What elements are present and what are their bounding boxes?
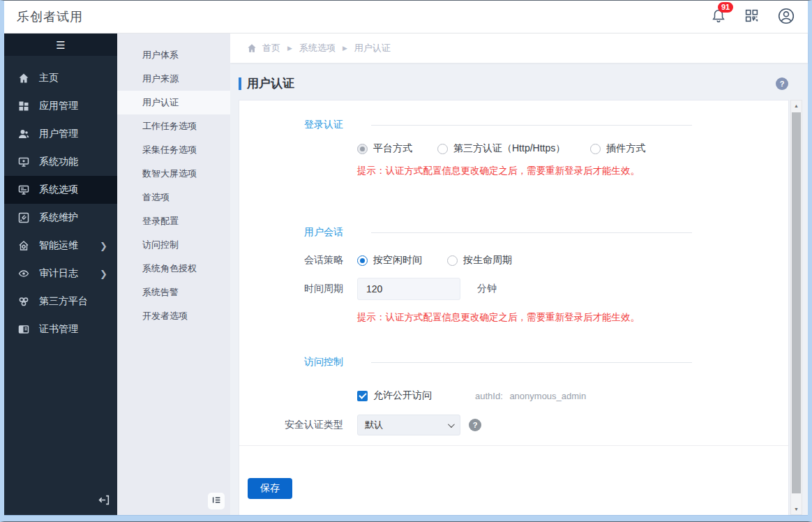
sidebar-item-label: 智能运维 <box>39 239 78 252</box>
sidebar-item-system-options[interactable]: 系统选项 <box>4 176 117 204</box>
radio-lifecycle[interactable]: 按生命周期 <box>447 254 512 267</box>
radio-button[interactable] <box>437 144 448 154</box>
auth-id-value: anonymous_admin <box>509 391 586 401</box>
system-maintenance-icon <box>18 212 30 224</box>
radio-plugin-mode[interactable]: 插件方式 <box>590 142 645 155</box>
public-access-label[interactable]: 允许公开访问 <box>373 389 432 402</box>
list-collapse-icon <box>212 495 221 507</box>
app-header: 乐创者试用 91 <box>4 1 808 33</box>
qr-code-icon <box>744 8 759 25</box>
submenu-item-system-role-auth[interactable]: 系统角色授权 <box>117 257 230 281</box>
sidebar-item-system-maintenance[interactable]: 系统维护 <box>4 204 117 232</box>
radio-label[interactable]: 第三方认证（Http/Https） <box>453 142 565 155</box>
secondary-sidebar: 用户体系 用户来源 用户认证 工作任务选项 采集任务选项 数智大屏选项 首选项 … <box>117 33 230 515</box>
submenu-item-work-task-options[interactable]: 工作任务选项 <box>117 114 230 138</box>
breadcrumb-item-system-options[interactable]: 系统选项 <box>299 42 336 54</box>
sidebar-item-label: 用户管理 <box>39 128 78 140</box>
sidebar-header: ☰ <box>4 33 117 56</box>
system-options-icon <box>18 184 30 196</box>
profile-button[interactable] <box>777 7 795 27</box>
submenu-item-login-config[interactable]: 登录配置 <box>117 209 230 233</box>
time-period-input[interactable] <box>357 278 460 300</box>
submenu-item-user-auth[interactable]: 用户认证 <box>117 91 230 114</box>
sidebar-item-third-party[interactable]: 第三方平台 <box>4 288 117 315</box>
sidebar-item-user-management[interactable]: 用户管理 <box>4 120 117 148</box>
sidebar-item-certificates[interactable]: 证书管理 <box>4 315 117 343</box>
auth-type-select[interactable]: 默认 <box>357 415 460 435</box>
breadcrumb: 首页 ▶ 系统选项 ▶ 用户认证 <box>230 33 808 63</box>
submenu-item-user-system[interactable]: 用户体系 <box>117 43 230 67</box>
sidebar-item-label: 审计日志 <box>39 267 78 280</box>
sidebar-item-label: 系统选项 <box>39 184 78 196</box>
submenu-item-user-sources[interactable]: 用户来源 <box>117 67 230 91</box>
breadcrumb-item-home[interactable]: 首页 <box>262 42 280 54</box>
notification-bell-button[interactable]: 91 <box>711 8 726 26</box>
notification-badge: 91 <box>718 2 733 13</box>
submenu-item-access-control[interactable]: 访问控制 <box>117 233 230 257</box>
radio-third-party-auth[interactable]: 第三方认证（Http/Https） <box>437 142 565 155</box>
home-icon <box>18 73 30 84</box>
page-title: 用户认证 <box>247 75 294 91</box>
submenu-item-preferences[interactable]: 首选项 <box>117 186 230 209</box>
public-access-checkbox[interactable] <box>357 391 368 401</box>
submenu-item-bigscreen-options[interactable]: 数智大屏选项 <box>117 162 230 186</box>
radio-label[interactable]: 按生命周期 <box>463 254 512 267</box>
panel-divider <box>239 445 788 446</box>
radio-button[interactable] <box>357 255 368 266</box>
auth-id-label: authId: <box>475 391 503 401</box>
title-accent-bar <box>239 77 241 90</box>
smart-ops-icon <box>18 240 30 252</box>
session-policy-label: 会话策略 <box>239 254 343 267</box>
primary-sidebar: ☰ 主页 应用管理 用户管理 系统功能 <box>4 33 117 515</box>
auth-type-value: 默认 <box>365 419 383 431</box>
app-window: 乐创者试用 91 <box>0 0 812 522</box>
breadcrumb-home-icon <box>247 43 257 53</box>
page-help-icon[interactable]: ? <box>776 77 788 90</box>
users-icon <box>18 128 30 140</box>
sidebar-item-audit-logs[interactable]: 审计日志 ❯ <box>4 260 117 288</box>
sidebar-item-smart-ops[interactable]: 智能运维 ❯ <box>4 232 117 260</box>
sidebar-collapse-button[interactable] <box>98 494 110 508</box>
system-functions-icon <box>18 156 30 168</box>
chevron-right-icon: ❯ <box>100 241 107 251</box>
radio-label[interactable]: 平台方式 <box>373 142 412 155</box>
radio-button[interactable] <box>357 144 368 154</box>
auth-id: authId: anonymous_admin <box>475 391 586 401</box>
user-session-hint: 提示：认证方式配置信息更改确定之后，需要重新登录后才能生效。 <box>357 311 788 324</box>
sidebar-item-system-functions[interactable]: 系统功能 <box>4 148 117 176</box>
radio-label[interactable]: 插件方式 <box>606 142 645 155</box>
section-title-access-control: 访问控制 <box>239 356 343 368</box>
third-party-icon <box>18 296 30 308</box>
scroll-down-arrow[interactable]: ▼ <box>791 504 802 514</box>
time-period-label: 时间周期 <box>239 283 343 295</box>
scroll-up-arrow[interactable]: ▲ <box>791 100 802 111</box>
save-button[interactable]: 保存 <box>248 478 292 499</box>
section-title-user-session: 用户会话 <box>239 226 343 239</box>
sidebar-item-label: 系统维护 <box>39 211 78 224</box>
app-title: 乐创者试用 <box>17 8 83 25</box>
submenu-collapse-button[interactable] <box>208 493 225 509</box>
radio-button[interactable] <box>447 255 458 266</box>
hamburger-menu-icon[interactable]: ☰ <box>56 40 65 50</box>
radio-label[interactable]: 按空闲时间 <box>373 254 422 267</box>
apps-icon <box>18 100 30 112</box>
submenu-item-developer-options[interactable]: 开发者选项 <box>117 304 230 328</box>
qr-code-button[interactable] <box>744 8 759 25</box>
auth-type-help-icon[interactable]: ? <box>469 419 481 431</box>
radio-button[interactable] <box>590 144 601 154</box>
sidebar-item-home[interactable]: 主页 <box>4 64 117 92</box>
certificate-icon <box>18 324 30 336</box>
submenu-item-collect-task-options[interactable]: 采集任务选项 <box>117 138 230 162</box>
sidebar-item-app-management[interactable]: 应用管理 <box>4 92 117 120</box>
breadcrumb-item-user-auth[interactable]: 用户认证 <box>354 42 391 54</box>
section-divider <box>371 125 692 126</box>
radio-platform-mode[interactable]: 平台方式 <box>357 142 412 155</box>
vertical-scrollbar[interactable]: ▲ ▼ <box>790 100 802 515</box>
submenu-item-system-alerts[interactable]: 系统告警 <box>117 281 230 304</box>
section-divider <box>371 362 692 363</box>
settings-panel: 登录认证 平台方式 <box>239 100 789 515</box>
sidebar-item-label: 系统功能 <box>39 156 78 168</box>
time-period-unit: 分钟 <box>477 283 497 295</box>
radio-idle-time[interactable]: 按空闲时间 <box>357 254 422 267</box>
scrollbar-thumb[interactable] <box>792 112 801 493</box>
